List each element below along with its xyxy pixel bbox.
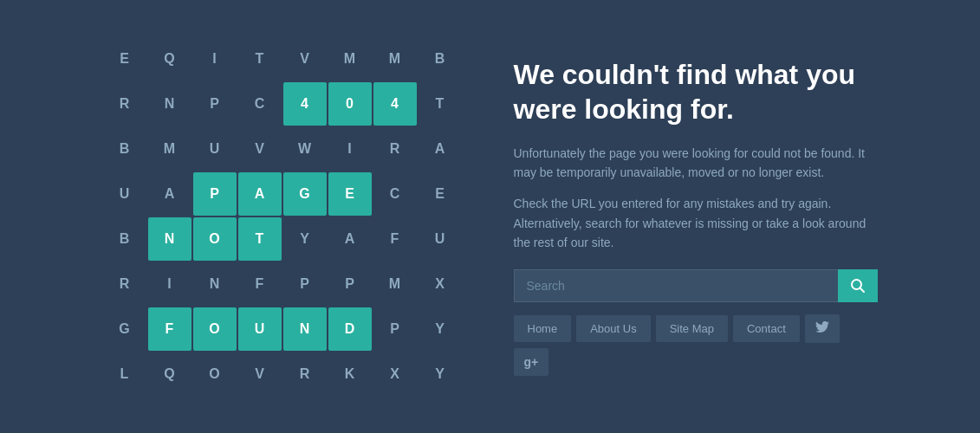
cell-6-0: G	[103, 307, 146, 351]
twitter-button[interactable]	[805, 314, 840, 343]
cell-1-3: C	[238, 82, 282, 126]
search-button[interactable]	[838, 269, 878, 302]
cell-7-5: K	[328, 352, 372, 396]
search-bar	[514, 269, 878, 302]
cell-0-4: V	[283, 37, 327, 81]
cell-4-7: U	[419, 217, 462, 261]
cell-5-5: P	[328, 262, 372, 306]
cell-7-3: V	[238, 352, 282, 396]
cell-1-5: 0	[328, 82, 372, 126]
cell-7-0: L	[103, 352, 146, 396]
twitter-icon	[815, 321, 829, 333]
cell-4-2: O	[193, 217, 237, 261]
cell-6-4: N	[283, 307, 327, 351]
nav-links: Home About Us Site Map Contact g+	[514, 314, 878, 376]
gplus-button[interactable]: g+	[514, 348, 549, 376]
cell-7-1: Q	[148, 352, 191, 396]
cell-4-4: Y	[283, 217, 327, 261]
cell-3-6: C	[373, 172, 417, 216]
cell-6-5: D	[328, 307, 372, 351]
cell-4-5: A	[328, 217, 372, 261]
cell-4-3: T	[238, 217, 282, 261]
cell-2-4: W	[283, 127, 327, 171]
cell-2-5: I	[328, 127, 372, 171]
cell-4-1: N	[148, 217, 191, 261]
cell-6-3: U	[238, 307, 282, 351]
cell-6-6: P	[373, 307, 417, 351]
cell-2-2: U	[193, 127, 237, 171]
cell-1-6: 4	[373, 82, 417, 126]
cell-0-5: M	[328, 37, 372, 81]
cell-4-0: B	[103, 217, 146, 261]
cell-7-7: Y	[419, 352, 462, 396]
cell-3-5: E	[328, 172, 372, 216]
message-section: We couldn't find what you were looking f…	[514, 57, 878, 377]
cell-3-2: P	[193, 172, 237, 216]
description-2: Check the URL you entered for any mistak…	[514, 194, 878, 252]
nav-about[interactable]: About Us	[576, 315, 650, 342]
cell-2-1: M	[148, 127, 191, 171]
nav-home[interactable]: Home	[514, 315, 572, 342]
description-1: Unfortunately the page you were looking …	[514, 144, 878, 183]
headline: We couldn't find what you were looking f…	[514, 57, 878, 126]
cell-3-0: U	[103, 172, 146, 216]
cell-1-4: 4	[283, 82, 327, 126]
cell-0-7: B	[419, 37, 462, 81]
cell-4-6: F	[373, 217, 417, 261]
cell-0-6: M	[373, 37, 417, 81]
cell-5-0: R	[103, 262, 146, 306]
cell-7-2: O	[193, 352, 237, 396]
search-input[interactable]	[514, 269, 838, 302]
cell-5-6: M	[373, 262, 417, 306]
word-search-grid: EQITVMMBRNPC404TBMUVWIRAUAPAGECEBNOTYAFU…	[103, 37, 462, 396]
cell-0-0: E	[103, 37, 146, 81]
cell-3-1: A	[148, 172, 191, 216]
cell-5-4: P	[283, 262, 327, 306]
grid: EQITVMMBRNPC404TBMUVWIRAUAPAGECEBNOTYAFU…	[103, 37, 462, 396]
cell-3-4: G	[283, 172, 327, 216]
cell-2-6: R	[373, 127, 417, 171]
cell-0-1: Q	[148, 37, 191, 81]
cell-6-7: Y	[419, 307, 462, 351]
cell-2-7: A	[419, 127, 462, 171]
cell-5-1: I	[148, 262, 191, 306]
nav-contact[interactable]: Contact	[733, 315, 800, 342]
cell-1-2: P	[193, 82, 237, 126]
cell-1-7: T	[419, 82, 462, 126]
cell-3-7: E	[419, 172, 462, 216]
cell-5-2: N	[193, 262, 237, 306]
cell-6-2: O	[193, 307, 237, 351]
cell-0-3: T	[238, 37, 282, 81]
nav-sitemap[interactable]: Site Map	[656, 315, 728, 342]
cell-7-6: X	[373, 352, 417, 396]
cell-3-3: A	[238, 172, 282, 216]
cell-2-3: V	[238, 127, 282, 171]
cell-2-0: B	[103, 127, 146, 171]
cell-1-1: N	[148, 82, 191, 126]
cell-5-7: X	[419, 262, 462, 306]
cell-0-2: I	[193, 37, 237, 81]
cell-1-0: R	[103, 82, 146, 126]
cell-6-1: F	[148, 307, 191, 351]
page-container: EQITVMMBRNPC404TBMUVWIRAUAPAGECEBNOTYAFU…	[0, 0, 980, 433]
search-icon	[850, 278, 866, 294]
cell-5-3: F	[238, 262, 282, 306]
svg-line-1	[860, 288, 864, 293]
cell-7-4: R	[283, 352, 327, 396]
